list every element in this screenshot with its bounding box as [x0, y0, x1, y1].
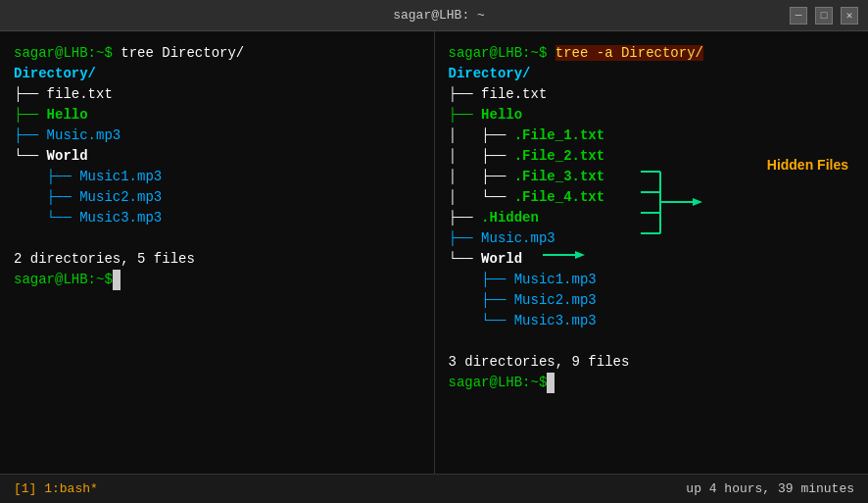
right-hello: ├── Hello	[449, 107, 523, 123]
window-title: sagar@LHB: ~	[88, 8, 790, 23]
right-pane-content: sagar@LHB:~$ tree -a Directory/ Director…	[449, 43, 855, 393]
right-hidden: .Hidden	[481, 210, 539, 226]
right-prompt-user: sagar@LHB:~$	[449, 45, 548, 61]
right-command-highlight: tree -a Directory/	[555, 45, 703, 61]
title-bar: sagar@LHB: ~ ─ □ ✕	[0, 0, 868, 31]
right-summary: 3 directories, 9 files	[449, 354, 630, 370]
left-dir: Directory/	[14, 66, 96, 81]
close-button[interactable]: ✕	[841, 7, 858, 25]
status-bar: [1] 1:bash* up 4 hours, 39 minutes	[0, 474, 868, 503]
maximize-button[interactable]: □	[815, 7, 833, 25]
left-music: ├── Music.mp3	[14, 127, 121, 143]
right-pane: sagar@LHB:~$ tree -a Directory/ Director…	[435, 31, 869, 474]
left-pane: sagar@LHB:~$ tree Directory/ Directory/ …	[0, 31, 435, 474]
left-pane-content: sagar@LHB:~$ tree Directory/ Directory/ …	[14, 43, 420, 290]
left-world: └── World	[14, 148, 88, 164]
right-dir: Directory/	[449, 66, 531, 81]
terminal-body: sagar@LHB:~$ tree Directory/ Directory/ …	[0, 31, 868, 474]
right-end-prompt: sagar@LHB:~$	[449, 375, 548, 390]
left-end-prompt: sagar@LHB:~$	[14, 272, 113, 287]
left-summary: 2 directories, 5 files	[14, 251, 195, 267]
status-right: up 4 hours, 39 minutes	[686, 481, 854, 496]
status-left: [1] 1:bash*	[14, 481, 98, 496]
left-hello: ├── Hello	[14, 107, 88, 123]
left-prompt-user: sagar@LHB:~$	[14, 45, 113, 61]
minimize-button[interactable]: ─	[790, 7, 807, 25]
window-controls[interactable]: ─ □ ✕	[790, 7, 858, 25]
